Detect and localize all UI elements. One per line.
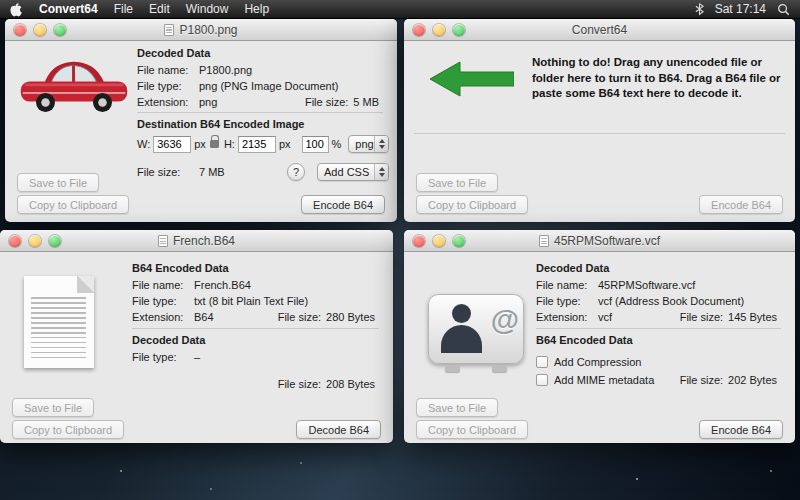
- format-select[interactable]: png: [348, 135, 389, 153]
- separator: [132, 328, 379, 329]
- zoom-button[interactable]: [453, 235, 465, 247]
- document-proxy-icon: [164, 24, 174, 36]
- menu-bar: Convert64 File Edit Window Help Sat 17:1…: [0, 0, 800, 19]
- close-button[interactable]: [413, 235, 425, 247]
- save-to-file-button[interactable]: Save to File: [416, 173, 498, 192]
- window-p1800: P1800.png Decoded Data File name: P1800.…: [5, 19, 397, 222]
- window-body: B64 Encoded Data File name: French.B64 F…: [0, 252, 393, 443]
- menu-edit[interactable]: Edit: [149, 2, 170, 16]
- window-french-b64: French.B64 B64 Encoded Data File name: F…: [0, 230, 393, 443]
- close-button[interactable]: [9, 235, 21, 247]
- decoded-size-value: 208 Bytes: [326, 378, 375, 390]
- close-button[interactable]: [14, 24, 26, 36]
- popup-arrows-icon: [374, 164, 388, 180]
- file-name-value: French.B64: [194, 279, 251, 291]
- titlebar-p1800[interactable]: P1800.png: [5, 19, 397, 41]
- file-size-group: File size: 145 Bytes: [680, 311, 781, 323]
- zoom-button[interactable]: [453, 24, 465, 36]
- green-arrow-icon: [430, 61, 514, 99]
- height-input[interactable]: [238, 136, 276, 153]
- spotlight-icon[interactable]: [777, 3, 790, 16]
- save-to-file-button[interactable]: Save to File: [416, 398, 498, 417]
- decoded-size-row: File size: 208 Bytes: [132, 378, 379, 390]
- decode-b64-button[interactable]: Decode B64: [296, 420, 381, 439]
- file-size-group: File size: 5 MB: [305, 96, 383, 108]
- menu-window[interactable]: Window: [186, 2, 229, 16]
- extension-row: Extension: vcf File size: 145 Bytes: [536, 311, 781, 323]
- lock-aspect-icon[interactable]: [210, 140, 219, 148]
- menu-help[interactable]: Help: [244, 2, 269, 16]
- save-to-file-button[interactable]: Save to File: [12, 398, 94, 417]
- window-body: Decoded Data File name: P1800.png File t…: [5, 41, 397, 222]
- file-type-value: txt (8 bit Plain Text File): [194, 295, 308, 307]
- copy-to-clipboard-button[interactable]: Copy to Clipboard: [416, 195, 528, 214]
- file-type-value: png (PNG Image Document): [199, 80, 338, 92]
- menu-file[interactable]: File: [114, 2, 133, 16]
- bluetooth-icon[interactable]: [695, 2, 704, 16]
- add-compression-checkbox[interactable]: [536, 356, 548, 368]
- titlebar-vcf[interactable]: 45RPMSoftware.vcf: [404, 230, 795, 252]
- minimize-button[interactable]: [433, 235, 445, 247]
- text-document-icon: [24, 276, 94, 368]
- file-size-group: File size: 208 Bytes: [278, 378, 379, 390]
- dimensions-row: W: px H: px % png: [137, 135, 389, 153]
- minimize-button[interactable]: [433, 24, 445, 36]
- extension-row: Extension: B64 File size: 280 Bytes: [132, 311, 379, 323]
- window-title: P1800.png: [164, 23, 237, 37]
- file-name-row: File name: P1800.png: [137, 64, 383, 76]
- extension-value: vcf: [598, 311, 612, 323]
- decoded-data-header: Decoded Data: [132, 334, 205, 346]
- copy-to-clipboard-button[interactable]: Copy to Clipboard: [12, 420, 124, 439]
- titlebar-empty[interactable]: Convert64: [404, 19, 795, 41]
- encoded-data-header: B64 Encoded Data: [536, 334, 633, 346]
- width-input[interactable]: [153, 136, 191, 153]
- decoded-data-header: Decoded Data: [137, 47, 210, 59]
- copy-to-clipboard-button[interactable]: Copy to Clipboard: [17, 195, 129, 214]
- compression-row: Add Compression: [536, 356, 781, 368]
- add-css-select[interactable]: Add CSS: [317, 163, 389, 181]
- file-type-row: File type: vcf (Address Book Document): [536, 295, 781, 307]
- destination-header: Destination B64 Encoded Image: [137, 118, 304, 130]
- apple-menu-icon[interactable]: [10, 2, 23, 17]
- scale-input[interactable]: [302, 136, 329, 153]
- minimize-button[interactable]: [29, 235, 41, 247]
- vcard-contact-icon: @: [428, 294, 524, 364]
- document-proxy-icon: [539, 235, 549, 247]
- traffic-lights: [413, 235, 465, 247]
- minimize-button[interactable]: [34, 24, 46, 36]
- decoded-type-row: File type: –: [132, 351, 379, 363]
- close-button[interactable]: [413, 24, 425, 36]
- encoded-size-value: 7 MB: [199, 166, 225, 178]
- separator: [414, 133, 785, 134]
- zoom-button[interactable]: [49, 235, 61, 247]
- traffic-lights: [14, 24, 66, 36]
- file-name-value: 45RPMSoftware.vcf: [598, 279, 695, 291]
- copy-to-clipboard-button[interactable]: Copy to Clipboard: [416, 420, 528, 439]
- encoded-size-value: 202 Bytes: [728, 374, 777, 386]
- mime-row: Add MIME metadata File size: 202 Bytes: [536, 374, 781, 386]
- file-size-value: 145 Bytes: [728, 311, 777, 323]
- window-body drop-zone[interactable]: Nothing to do! Drag any unencoded file o…: [404, 41, 795, 222]
- file-name-row: File name: 45RPMSoftware.vcf: [536, 279, 781, 291]
- menu-app-convert64[interactable]: Convert64: [39, 2, 98, 16]
- file-type-row: File type: png (PNG Image Document): [137, 80, 383, 92]
- encode-b64-button[interactable]: Encode B64: [301, 195, 385, 214]
- document-proxy-icon: [158, 235, 168, 247]
- zoom-button[interactable]: [54, 24, 66, 36]
- encode-b64-button[interactable]: Encode B64: [699, 195, 783, 214]
- encode-b64-button[interactable]: Encode B64: [699, 420, 783, 439]
- window-body: @ Decoded Data File name: 45RPMSoftware.…: [404, 252, 795, 443]
- add-mime-checkbox[interactable]: [536, 374, 548, 386]
- separator: [137, 112, 383, 113]
- at-icon: @: [491, 304, 519, 337]
- file-type-row: File type: txt (8 bit Plain Text File): [132, 295, 379, 307]
- titlebar-french[interactable]: French.B64: [0, 230, 393, 252]
- file-size-group: File size: 202 Bytes: [680, 374, 781, 386]
- file-name-row: File name: French.B64: [132, 279, 379, 291]
- window-vcf: 45RPMSoftware.vcf @ Decoded Data File na…: [404, 230, 795, 443]
- encoded-data-header: B64 Encoded Data: [132, 262, 229, 274]
- menu-clock[interactable]: Sat 17:14: [715, 2, 766, 16]
- help-button[interactable]: ?: [287, 163, 305, 181]
- save-to-file-button[interactable]: Save to File: [17, 173, 99, 192]
- traffic-lights: [9, 235, 61, 247]
